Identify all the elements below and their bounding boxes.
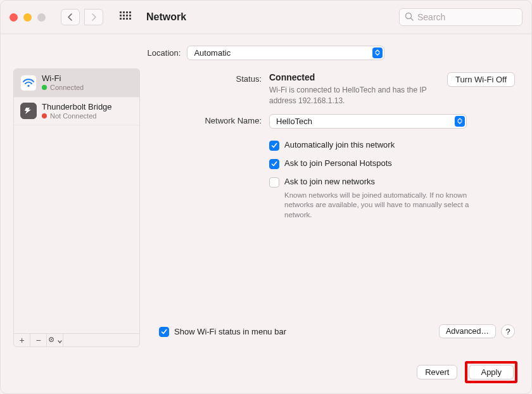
add-service-button[interactable]: + (14, 334, 30, 346)
network-name-value: HelloTech (276, 117, 312, 126)
service-item-thunderbolt-bridge[interactable]: Thunderbolt Bridge Not Connected (14, 98, 139, 126)
status-description: Wi-Fi is connected to HelloTech and has … (269, 85, 432, 106)
network-prefs-window: Network Location: Automatic (0, 0, 532, 394)
service-options-button[interactable] (47, 334, 63, 346)
svg-rect-8 (120, 18, 122, 20)
ask-personal-hotspots-label: Ask to join Personal Hotspots (284, 158, 392, 168)
location-row: Location: Automatic (1, 34, 531, 66)
show-all-prefs-button[interactable] (117, 9, 134, 25)
service-status: Not Connected (50, 112, 96, 120)
svg-rect-6 (126, 15, 128, 16)
advanced-button[interactable]: Advanced… (439, 324, 496, 338)
svg-rect-2 (126, 11, 128, 13)
svg-rect-4 (120, 15, 122, 16)
svg-rect-5 (123, 15, 125, 16)
stepper-icon (455, 116, 465, 127)
auto-join-checkbox[interactable] (269, 141, 279, 151)
titlebar: Network (1, 1, 531, 34)
back-button[interactable] (61, 9, 80, 25)
remove-service-button[interactable]: − (30, 334, 47, 346)
chevron-down-icon (58, 335, 62, 345)
main-content: Wi-Fi Connected Thunderbolt Bridge Not C… (1, 66, 531, 355)
status-dot-icon (42, 113, 47, 118)
ask-new-networks-checkbox[interactable] (269, 177, 279, 187)
svg-rect-10 (126, 18, 128, 20)
service-name: Wi-Fi (42, 74, 84, 84)
svg-rect-1 (123, 11, 125, 13)
svg-point-16 (51, 339, 52, 340)
footer: Revert Apply (1, 355, 531, 393)
svg-point-14 (27, 85, 29, 87)
service-sidebar: Wi-Fi Connected Thunderbolt Bridge Not C… (13, 68, 140, 347)
network-name-select[interactable]: HelloTech (269, 114, 467, 129)
location-value: Automatic (194, 48, 231, 58)
svg-rect-3 (129, 11, 131, 13)
service-name: Thunderbolt Bridge (42, 103, 112, 112)
auto-join-label: Automatically join this network (284, 140, 395, 149)
search-icon (405, 12, 414, 23)
show-menu-bar-label: Show Wi-Fi status in menu bar (174, 327, 286, 336)
page-title: Network (146, 11, 186, 23)
ask-new-networks-label: Ask to join new networks (284, 177, 375, 186)
help-button[interactable]: ? (501, 324, 515, 338)
close-window-button[interactable] (10, 13, 18, 22)
service-toolbar: + − (13, 333, 140, 347)
revert-button[interactable]: Revert (417, 365, 457, 379)
wifi-icon (20, 75, 37, 91)
stepper-icon (372, 48, 383, 58)
apply-button[interactable]: Apply (469, 365, 514, 379)
location-select[interactable]: Automatic (187, 46, 384, 60)
search-input[interactable] (417, 12, 517, 22)
status-value: Connected (269, 72, 432, 82)
service-item-wifi[interactable]: Wi-Fi Connected (14, 69, 139, 98)
minimize-window-button[interactable] (23, 13, 32, 22)
show-menu-bar-checkbox[interactable] (159, 327, 169, 337)
service-list[interactable]: Wi-Fi Connected Thunderbolt Bridge Not C… (13, 68, 140, 333)
window-controls (10, 13, 46, 22)
svg-rect-7 (129, 15, 131, 16)
ask-new-networks-hint: Known networks will be joined automatica… (284, 191, 481, 220)
status-label: Status: (155, 72, 269, 106)
service-details: Status: Connected Wi-Fi is connected to … (151, 68, 519, 347)
network-name-label: Network Name: (155, 114, 269, 129)
svg-rect-0 (120, 11, 122, 13)
svg-rect-9 (123, 18, 125, 20)
gear-icon (48, 335, 56, 346)
forward-button[interactable] (84, 9, 103, 25)
location-label: Location: (148, 48, 181, 58)
ask-personal-hotspots-checkbox[interactable] (269, 159, 279, 169)
status-dot-icon (42, 85, 47, 90)
thunderbolt-bridge-icon (20, 103, 37, 119)
svg-rect-11 (129, 18, 131, 20)
toggle-wifi-button[interactable]: Turn Wi-Fi Off (447, 72, 515, 87)
svg-line-13 (411, 18, 414, 20)
service-status: Connected (50, 84, 84, 92)
search-field[interactable] (399, 8, 522, 26)
apply-highlight: Apply (465, 361, 517, 383)
zoom-window-button (37, 13, 46, 22)
